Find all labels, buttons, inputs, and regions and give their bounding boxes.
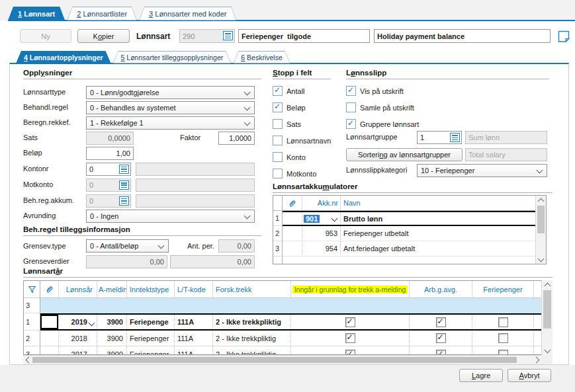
ant-per-field[interactable]: 0,00: [218, 239, 255, 253]
grenseverdi-field-1[interactable]: 0,00: [86, 255, 167, 268]
scroll-up-arrow[interactable]: [542, 280, 553, 289]
lonnsartar-row[interactable]: 2 2018 3900 Feriepenger 111A 2 - Ikke tr…: [24, 331, 552, 346]
lonnsartar-horizontal-scrollbar[interactable]: [23, 355, 541, 364]
save-button[interactable]: Lagre: [459, 369, 503, 382]
akk-nr-cell[interactable]: 901: [302, 212, 341, 225]
lonnsar-column-header[interactable]: Lønnsår: [59, 281, 97, 297]
lonnsartar-filter-row[interactable]: 3: [24, 298, 552, 313]
lt-kode-column-header[interactable]: L/T-kode: [175, 281, 213, 297]
belop-checkbox[interactable]: [273, 102, 283, 112]
sats-field[interactable]: 0,0000: [86, 132, 134, 145]
year-cell[interactable]: 2019: [59, 315, 97, 329]
motkonto-checkbox[interactable]: [273, 169, 283, 178]
tab-beskrivelse[interactable]: 6 Beskrivelse: [233, 51, 290, 63]
akkumulator-vertical-scrollbar[interactable]: [535, 196, 546, 264]
lonnsartar-row[interactable]: 3 2017 3900 Feriepenger 111A 2 - Ikke tr…: [24, 346, 552, 355]
scrollbar-thumb[interactable]: [32, 357, 517, 363]
arb-g-avg-checkbox[interactable]: [436, 317, 446, 327]
kontonr-field[interactable]: 0: [86, 163, 131, 176]
feriepenger-checkbox[interactable]: [498, 317, 508, 327]
feriepenger-checkbox[interactable]: [498, 333, 508, 343]
inngar-checkbox[interactable]: [345, 317, 355, 327]
gruppere-lonnsart-checkbox[interactable]: [346, 119, 356, 129]
kontonr-lookup-icon[interactable]: [119, 165, 129, 174]
scroll-left-arrow[interactable]: [23, 356, 32, 364]
konto-checkbox[interactable]: [273, 152, 283, 162]
belop-field[interactable]: 1,00: [86, 147, 134, 160]
inngar-grunnlag-column-header[interactable]: Inngår i grunnlag for trekk a-melding: [291, 281, 410, 297]
tab-lonnsartopplysninger[interactable]: 4 Lønnsartopplysninger: [16, 51, 111, 63]
lonnsartar-row-selected[interactable]: 1 2019 3900 Feriepenge 111A 2 - Ikke tre…: [24, 313, 552, 331]
motkonto-field[interactable]: 0: [86, 178, 131, 192]
lonnsartgruppe-value: 1: [420, 134, 424, 141]
vis-pa-utskrift-checkbox[interactable]: [346, 86, 356, 96]
tab-lonnsarter-med-koder[interactable]: 3 Lønnsarter med koder: [139, 7, 236, 20]
scroll-down-arrow[interactable]: [542, 346, 553, 355]
lonnsart-name-no-input[interactable]: Feriepenger tilgode: [238, 29, 370, 43]
sub-tab-bar: 4 Lønnsartopplysninger 5 Lønnsarter till…: [16, 51, 290, 63]
akkumulator-row[interactable]: 3 954 Ant.feriedager utbetalt: [273, 241, 546, 256]
forsk-trekk-column-header[interactable]: Forsk.trekk: [213, 281, 291, 297]
beh-reg-akkum-field[interactable]: 0: [86, 194, 131, 208]
arb-g-avg-checkbox[interactable]: [436, 350, 446, 356]
tab-label: 5 Lønnsarter tilleggsopplysninger: [121, 54, 224, 61]
tab-lonnsartlister[interactable]: 2 Lønnsartlister: [67, 7, 137, 20]
inntektstype-column-header[interactable]: Inntektstype: [127, 281, 175, 297]
copy-button[interactable]: Kopier: [77, 29, 130, 43]
lonnsart-name-en-input[interactable]: Holiday payment balance: [374, 29, 551, 43]
filter-icon[interactable]: [24, 281, 40, 297]
lonnsartnavn-checkbox[interactable]: [273, 136, 283, 145]
beregn-rekkef-select[interactable]: 1 - Rekkefølge 1: [86, 116, 255, 130]
row-number: [273, 256, 283, 264]
lonnsart-number-field[interactable]: 290: [179, 29, 235, 43]
cancel-button-label: Avbryt: [519, 372, 540, 379]
sortering-button[interactable]: Sortering av lønnsartgrupper: [346, 148, 463, 161]
lonnsarttype-value: 0 - Lønn/godtgjørelse: [90, 89, 159, 97]
samle-pa-utskrift-checkbox[interactable]: [346, 102, 356, 112]
scroll-right-arrow[interactable]: [533, 356, 541, 364]
akk-nr-column-header[interactable]: Akk.nr: [302, 196, 341, 210]
lonnsarttype-select[interactable]: 0 - Lønn/godtgjørelse: [86, 86, 255, 99]
a-melding-column-header[interactable]: A-meldin: [97, 281, 127, 297]
sats-label: Sats: [23, 134, 38, 141]
checkbox-row-motkonto: Motkonto: [273, 169, 316, 178]
cancel-button[interactable]: Avbryt: [508, 369, 551, 382]
inngar-checkbox[interactable]: [345, 350, 355, 356]
lonnsart-lookup-icon[interactable]: [223, 31, 233, 40]
note-icon[interactable]: [558, 30, 570, 44]
spacer-cell: [534, 346, 541, 355]
lonnsartar-vertical-scrollbar[interactable]: [541, 280, 553, 355]
lonnsslippkategori-select[interactable]: 10 - Feriepenger: [417, 164, 547, 177]
tab-lonnsarter-tilleggsopplysninger[interactable]: 5 Lønnsarter tilleggsopplysninger: [113, 51, 232, 63]
sats-checkbox[interactable]: [273, 119, 283, 129]
checkbox-row-samle-pa-utskrift: Samle på utskrift: [346, 102, 414, 112]
year-dropdown-chevron-icon[interactable]: [89, 320, 95, 327]
lonnsartgruppe-lookup-icon[interactable]: [450, 133, 460, 142]
new-button[interactable]: Ny: [20, 29, 71, 43]
lonnsartgruppe-field[interactable]: 1: [417, 131, 462, 144]
scroll-down-arrow[interactable]: [536, 255, 546, 264]
scrollbar-thumb[interactable]: [537, 206, 545, 233]
scroll-up-arrow[interactable]: [536, 196, 546, 204]
arb-g-avg-checkbox[interactable]: [436, 333, 446, 343]
cell-dropdown-chevron-icon[interactable]: [332, 216, 338, 222]
beh-reg-akkum-lookup-icon[interactable]: [119, 196, 129, 206]
akkumulator-row[interactable]: 2 953 Feriepenger utbetalt: [273, 226, 546, 241]
arb-g-avg-column-header[interactable]: Arb.g.avg.: [410, 281, 472, 297]
akkumulator-row-partial: [273, 256, 546, 264]
tab-lonnsart[interactable]: 1 Lønnsart: [8, 7, 65, 20]
scrollbar-thumb[interactable]: [543, 290, 551, 329]
grensev-type-select[interactable]: 0 - Antall/beløp: [86, 239, 169, 253]
akkumulator-row-selected[interactable]: 1 901 Brutto lønn: [273, 211, 546, 226]
grenseverdi-field-2[interactable]: 0,00: [170, 255, 255, 268]
navn-column-header[interactable]: Navn: [341, 196, 537, 210]
motkonto-lookup-icon[interactable]: [119, 180, 129, 190]
feriepenger-column-header[interactable]: Feriepenger: [472, 281, 534, 297]
feriepenger-checkbox[interactable]: [498, 350, 508, 356]
inngar-checkbox[interactable]: [345, 333, 355, 343]
sortering-button-label: Sortering av lønnsartgrupper: [358, 151, 451, 159]
avrunding-select[interactable]: 0 - Ingen: [86, 210, 255, 223]
antall-checkbox[interactable]: [273, 86, 283, 96]
faktor-field[interactable]: 1,0000: [218, 132, 255, 145]
behandl-regel-select[interactable]: 0 - Behandles av systemet: [86, 101, 255, 114]
